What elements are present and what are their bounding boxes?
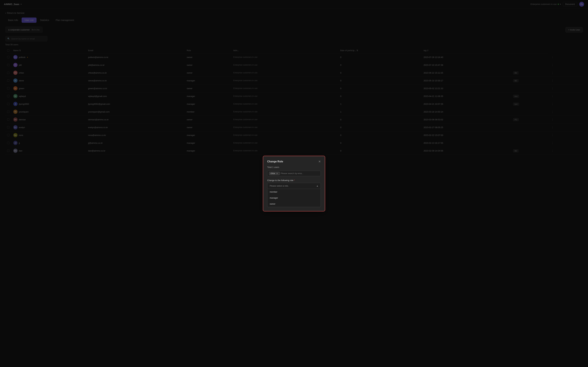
- role-select-chevron-icon: ▲: [316, 185, 318, 187]
- modal-overlay: Change Role ✕ Total 1 users chloe ✕ Chan…: [0, 0, 588, 367]
- role-dropdown: member manager owner: [267, 189, 321, 207]
- tag-input-area[interactable]: chloe ✕: [267, 171, 321, 176]
- chip-remove-button[interactable]: ✕: [276, 172, 278, 175]
- role-placeholder: Please select a role.: [270, 185, 289, 187]
- required-star: *: [294, 179, 295, 182]
- role-select-button[interactable]: Please select a role. ▲: [267, 183, 321, 189]
- modal-total-users: Total 1 users: [267, 166, 321, 168]
- chloe-chip: chloe ✕: [269, 172, 280, 175]
- chip-label: chloe: [270, 172, 275, 175]
- role-option-owner[interactable]: owner: [267, 201, 321, 207]
- change-role-modal: Change Role ✕ Total 1 users chloe ✕ Chan…: [263, 156, 325, 211]
- modal-header: Change Role ✕: [267, 160, 321, 163]
- modal-close-button[interactable]: ✕: [318, 160, 321, 163]
- modal-title: Change Role: [267, 160, 283, 163]
- tag-search-input[interactable]: [281, 172, 319, 175]
- role-label: Change to the following role *: [267, 179, 321, 182]
- role-option-member[interactable]: member: [267, 189, 321, 195]
- role-option-manager[interactable]: manager: [267, 195, 321, 201]
